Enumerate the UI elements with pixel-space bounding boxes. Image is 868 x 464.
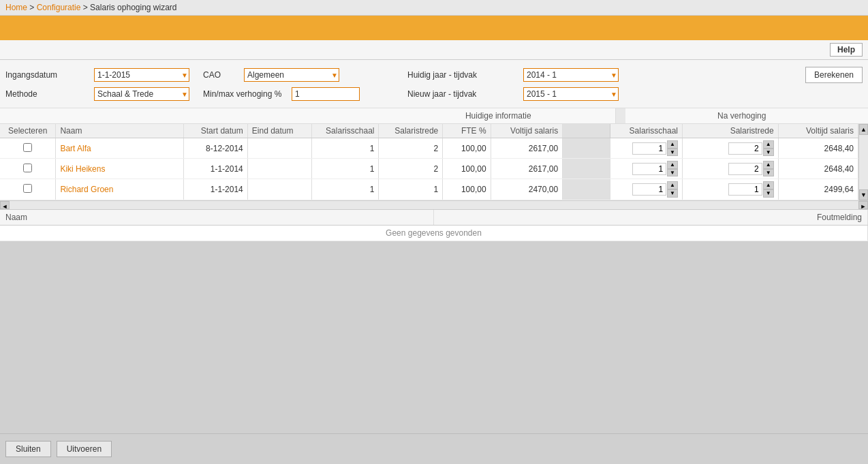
row-strede2-input-2[interactable] bbox=[728, 163, 762, 175]
row-schaal2-down-2[interactable]: ▼ bbox=[667, 169, 678, 177]
row-strede2-down-2[interactable]: ▼ bbox=[763, 169, 774, 177]
row-gap-1 bbox=[563, 138, 610, 159]
row-fte-2: 100,00 bbox=[443, 159, 491, 179]
breadcrumb: Home > Configuratie > Salaris ophoging w… bbox=[0, 0, 868, 16]
scroll-h-track bbox=[10, 201, 858, 209]
section-header-right: Na verhoging bbox=[625, 108, 859, 123]
col-header-strede: Salaristrede bbox=[379, 124, 443, 138]
uitvoeren-button[interactable]: Uitvoeren bbox=[57, 441, 112, 457]
error-table: Naam Foutmelding Geen gegevens gevonden bbox=[0, 210, 868, 241]
cao-label: CAO bbox=[203, 70, 244, 80]
row-schaal2-down-3[interactable]: ▼ bbox=[667, 189, 678, 198]
footer: Sluiten Uitvoeren bbox=[0, 433, 868, 464]
row-strede2-up-1[interactable]: ▲ bbox=[763, 140, 774, 149]
methode-select[interactable]: Schaal & Trede bbox=[94, 87, 189, 101]
table-row: Kiki Heikens 1-1-2014 1 2 100,00 2617,00 bbox=[0, 159, 858, 179]
row-strede2-input-1[interactable] bbox=[728, 142, 762, 155]
col-gap bbox=[563, 124, 610, 138]
row-naam-2[interactable]: Kiki Heikens bbox=[60, 164, 105, 174]
berekenen-button[interactable]: Berekenen bbox=[805, 67, 863, 83]
col-header-schaal: Salarisschaal bbox=[311, 124, 379, 138]
nieuw-select[interactable]: 2015 - 1 bbox=[523, 87, 619, 101]
row-gap-2 bbox=[563, 159, 610, 179]
row-eind-1 bbox=[247, 138, 311, 159]
row-strede2-input-3[interactable] bbox=[728, 183, 762, 196]
row-start-3: 1-1-2014 bbox=[184, 179, 248, 200]
col-header-strede2: Salaristrede bbox=[682, 124, 778, 138]
col-header-naam: Naam bbox=[56, 124, 184, 138]
row-schaal-1: 1 bbox=[311, 138, 379, 159]
row-checkbox-1[interactable] bbox=[23, 143, 32, 152]
breadcrumb-home[interactable]: Home bbox=[5, 3, 27, 12]
col-header-start: Start datum bbox=[184, 124, 248, 138]
scroll-track bbox=[859, 135, 868, 189]
minmax-input[interactable] bbox=[292, 87, 360, 101]
row-voltijd-3: 2470,00 bbox=[491, 179, 563, 200]
sluiten-button[interactable]: Sluiten bbox=[5, 441, 51, 457]
huidig-label: Huidig jaar - tijdvak bbox=[407, 70, 523, 80]
row-fte-3: 100,00 bbox=[443, 179, 491, 200]
row-checkbox-3[interactable] bbox=[23, 184, 32, 193]
row-start-2: 1-1-2014 bbox=[184, 159, 248, 179]
col-header-fte: FTE % bbox=[443, 124, 491, 138]
col-header-schaal2: Salarisschaal bbox=[610, 124, 683, 138]
row-schaal2-input-3[interactable] bbox=[632, 183, 666, 196]
row-strede2-down-1[interactable]: ▼ bbox=[763, 149, 774, 157]
ingangsdatum-select[interactable]: 1-1-2015 bbox=[94, 68, 189, 82]
row-strede-3: 1 bbox=[379, 179, 443, 200]
scrollbar-horizontal[interactable]: ◄ ► bbox=[0, 200, 868, 210]
row-strede-1: 2 bbox=[379, 138, 443, 159]
row-schaal2-down-1[interactable]: ▼ bbox=[667, 149, 678, 157]
row-strede2-down-3[interactable]: ▼ bbox=[763, 189, 774, 198]
row-start-1: 8-12-2014 bbox=[184, 138, 248, 159]
scroll-right-arrow[interactable]: ► bbox=[858, 201, 868, 209]
breadcrumb-current: Salaris ophoging wizard bbox=[90, 3, 176, 12]
scroll-down-arrow[interactable]: ▼ bbox=[859, 189, 868, 200]
table-row: Richard Groen 1-1-2014 1 1 100,00 2470,0… bbox=[0, 179, 858, 200]
row-schaal2-input-2[interactable] bbox=[632, 163, 666, 175]
col-header-voltijd2: Voltijd salaris bbox=[778, 124, 858, 138]
orange-bar bbox=[0, 16, 868, 40]
nieuw-label: Nieuw jaar - tijdvak bbox=[407, 89, 523, 99]
cao-select[interactable]: Algemeen bbox=[244, 68, 339, 82]
row-schaal2-up-3[interactable]: ▲ bbox=[667, 181, 678, 189]
row-fte-1: 100,00 bbox=[443, 138, 491, 159]
row-eind-2 bbox=[247, 159, 311, 179]
row-gap-3 bbox=[563, 179, 610, 200]
ingangsdatum-label: Ingangsdatum bbox=[5, 70, 94, 80]
row-schaal2-input-1[interactable] bbox=[632, 142, 666, 155]
main-table: Selecteren Naam Start datum Eind datum S… bbox=[0, 124, 858, 200]
minmax-label: Min/max verhoging % bbox=[203, 89, 292, 99]
col-header-eind: Eind datum bbox=[247, 124, 311, 138]
section-header-left: Huidige informatie bbox=[382, 108, 616, 123]
no-data-row: Geen gegevens gevonden bbox=[0, 225, 868, 241]
row-eind-3 bbox=[247, 179, 311, 200]
row-strede2-up-3[interactable]: ▲ bbox=[763, 181, 774, 189]
row-checkbox-2[interactable] bbox=[23, 164, 32, 172]
bottom-col-fout: Foutmelding bbox=[434, 210, 868, 226]
row-schaal-2: 1 bbox=[311, 159, 379, 179]
help-bar: Help bbox=[0, 40, 868, 60]
methode-label: Methode bbox=[5, 89, 94, 99]
no-data-text: Geen gegevens gevonden bbox=[0, 225, 868, 241]
row-naam-1[interactable]: Bart Alfa bbox=[60, 144, 91, 153]
help-button[interactable]: Help bbox=[830, 43, 863, 57]
row-schaal2-up-2[interactable]: ▲ bbox=[667, 161, 678, 169]
scroll-up-arrow[interactable]: ▲ bbox=[859, 124, 868, 135]
row-voltijd-1: 2617,00 bbox=[491, 138, 563, 159]
huidig-select[interactable]: 2014 - 1 bbox=[523, 68, 619, 82]
col-header-selecteren: Selecteren bbox=[0, 124, 56, 138]
row-strede2-up-2[interactable]: ▲ bbox=[763, 161, 774, 169]
form-section: Ingangsdatum 1-1-2015 ▼ CAO Algemeen ▼ bbox=[0, 60, 868, 108]
row-schaal2-up-1[interactable]: ▲ bbox=[667, 140, 678, 149]
breadcrumb-config[interactable]: Configuratie bbox=[37, 3, 81, 12]
content-spacer bbox=[0, 241, 868, 309]
main-content: Huidige informatie Na verhoging Selecter… bbox=[0, 108, 868, 241]
bottom-col-naam: Naam bbox=[0, 210, 434, 226]
scroll-left-arrow[interactable]: ◄ bbox=[0, 201, 10, 209]
col-header-voltijd: Voltijd salaris bbox=[491, 124, 563, 138]
row-voltijd2-1: 2648,40 bbox=[778, 138, 858, 159]
scrollbar-right[interactable]: ▲ ▼ bbox=[858, 124, 868, 200]
row-naam-3[interactable]: Richard Groen bbox=[60, 185, 113, 194]
error-section: Naam Foutmelding Geen gegevens gevonden bbox=[0, 210, 868, 241]
